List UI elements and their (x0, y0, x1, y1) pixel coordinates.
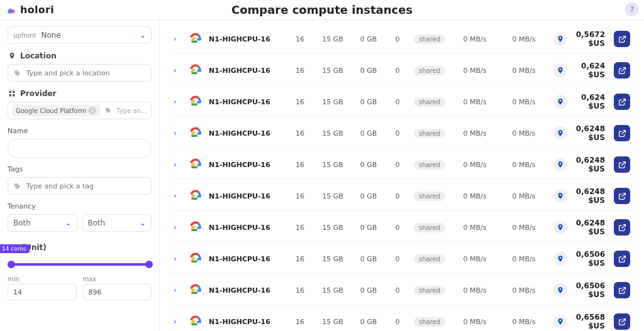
expand-icon[interactable]: › (174, 129, 182, 138)
cpu-cell: 16 (288, 255, 312, 263)
expand-icon[interactable]: › (174, 223, 182, 232)
instance-name: N1-HIGHCPU-16 (209, 67, 283, 75)
cpu-max-label: max (83, 276, 152, 283)
tenancy-badge: shared (411, 129, 448, 138)
expand-icon[interactable]: › (174, 254, 182, 263)
slider-thumb-max[interactable] (145, 261, 153, 268)
tenancy-badge: shared (411, 223, 448, 232)
table-row: › N1-HIGHCPU-16 16 15 GB 0 GB 0 shared 0… (169, 245, 635, 273)
expand-icon[interactable]: › (174, 66, 182, 75)
location-pin-button[interactable] (553, 126, 567, 140)
storage-cell: 0 GB (353, 161, 384, 169)
name-input[interactable] (8, 139, 152, 158)
gpu-cell: 0 (389, 161, 406, 169)
table-row: › N1-HIGHCPU-16 16 15 GB 0 GB 0 shared 0… (169, 57, 635, 84)
slider-thumb-min[interactable] (8, 261, 15, 268)
open-button[interactable] (614, 31, 630, 47)
location-pin-button[interactable] (553, 95, 567, 109)
tenancy-badge: shared (411, 317, 448, 327)
gpu-cell: 0 (389, 318, 406, 326)
expand-icon[interactable]: › (174, 286, 182, 295)
chevron-down-icon: ⌄ (140, 219, 146, 227)
open-button[interactable] (614, 62, 630, 79)
expand-icon[interactable]: › (174, 160, 182, 169)
grid-icon (8, 89, 16, 98)
memory-cell: 15 GB (317, 286, 348, 295)
pin-icon (8, 52, 16, 60)
location-pin-button[interactable] (553, 189, 567, 203)
gcp-icon (187, 282, 204, 298)
open-button[interactable] (614, 282, 630, 298)
bw-in-cell: 0 MB/s (453, 255, 497, 263)
brand[interactable]: holori (5, 4, 54, 16)
location-pin-button[interactable] (553, 220, 567, 234)
bw-in-cell: 0 MB/s (453, 67, 497, 75)
memory-cell: 15 GB (317, 161, 348, 169)
bw-out-cell: 0 MB/s (502, 255, 546, 263)
table-row: › N1-HIGHCPU-16 16 15 GB 0 GB 0 shared 0… (169, 214, 635, 241)
expand-icon[interactable]: › (174, 192, 182, 200)
tag-icon (13, 182, 21, 190)
table-row: › N1-HIGHCPU-16 16 15 GB 0 GB 0 shared 0… (169, 25, 635, 53)
location-pin-button[interactable] (553, 63, 567, 77)
expand-icon[interactable]: › (174, 97, 182, 106)
price-cell: 0,6248 $US (575, 124, 609, 142)
svg-rect-2 (9, 94, 12, 97)
tags-field[interactable] (25, 182, 146, 191)
location-pin-button[interactable] (553, 32, 567, 46)
open-button[interactable] (614, 251, 630, 267)
storage-cell: 0 GB (353, 192, 384, 200)
tenancy-badge: shared (411, 286, 448, 295)
tenancy-badge: shared (411, 66, 448, 75)
expand-icon[interactable]: › (174, 317, 182, 326)
tenancy-badge: shared (411, 192, 448, 201)
open-button[interactable] (614, 188, 630, 204)
location-pin-button[interactable] (553, 252, 567, 266)
location-pin-button[interactable] (553, 315, 567, 328)
help-button[interactable]: ? (625, 3, 639, 16)
bw-out-cell: 0 MB/s (502, 286, 546, 295)
cpu-min-input[interactable]: 14 (8, 284, 77, 300)
tag-icon (13, 68, 21, 77)
open-button[interactable] (614, 313, 630, 330)
svg-rect-3 (13, 94, 15, 97)
memory-cell: 15 GB (317, 35, 348, 43)
location-field[interactable] (25, 68, 146, 78)
open-button[interactable] (614, 125, 630, 141)
tag-icon (104, 106, 113, 115)
location-input[interactable] (8, 64, 152, 82)
chip-remove-icon[interactable]: × (89, 107, 96, 114)
expand-icon[interactable]: › (174, 35, 182, 43)
cpu-cell: 16 (288, 98, 312, 106)
open-button[interactable] (614, 156, 630, 173)
price-cell: 0,6506 $US (575, 281, 609, 299)
price-cell: 0,5672 $US (575, 30, 609, 48)
location-pin-button[interactable] (553, 283, 567, 297)
gcp-icon (187, 251, 204, 267)
provider-input[interactable]: Google Cloud Platform × Type and pick a … (8, 102, 152, 119)
upfront-value: None (41, 31, 60, 40)
bw-in-cell: 0 MB/s (453, 224, 497, 232)
gpu-cell: 0 (389, 35, 406, 43)
bw-out-cell: 0 MB/s (502, 67, 546, 75)
table-row: › N1-HIGHCPU-16 16 15 GB 0 GB 0 shared 0… (169, 119, 635, 147)
open-button[interactable] (614, 219, 630, 236)
tenancy-select-right[interactable]: Both ⌄ (82, 214, 152, 232)
upfront-select[interactable]: upfront None ⌄ (8, 26, 152, 44)
bw-in-cell: 0 MB/s (453, 129, 497, 138)
tags-input[interactable] (8, 177, 152, 195)
bw-out-cell: 0 MB/s (502, 35, 546, 43)
cpu-cell: 16 (288, 67, 312, 75)
cpu-cell: 16 (288, 224, 312, 232)
provider-chip-label: Google Cloud Platform (16, 107, 86, 114)
open-button[interactable] (614, 94, 630, 110)
cpu-max-input[interactable]: 896 (83, 284, 152, 300)
tenancy-badge: shared (411, 97, 448, 107)
tags-title: Tags (8, 165, 152, 173)
memory-cell: 15 GB (317, 98, 348, 106)
location-pin-button[interactable] (553, 158, 567, 171)
gpu-cell: 0 (389, 192, 406, 200)
cpu-slider[interactable]: 14 cores (8, 257, 152, 272)
tenancy-select-left[interactable]: Both ⌄ (8, 214, 77, 232)
bw-out-cell: 0 MB/s (502, 161, 546, 169)
